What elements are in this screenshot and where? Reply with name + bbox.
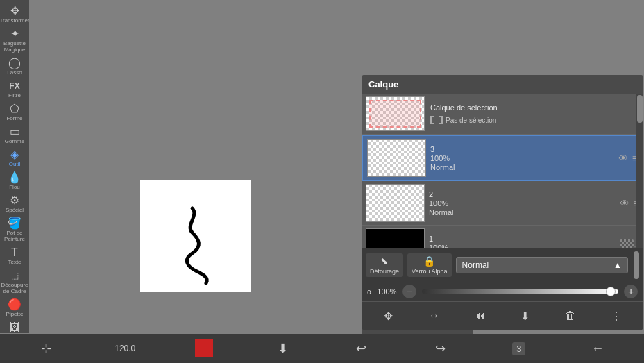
- filtre-icon: FX: [9, 80, 19, 92]
- delete-action-button[interactable]: 🗑: [559, 305, 582, 327]
- tool-gomme[interactable]: ▭ Gomme: [1, 124, 28, 146]
- no-selection-text: Pas de sélection: [446, 117, 496, 124]
- color-swatch: [195, 339, 213, 357]
- transformer-icon: ✥: [10, 5, 19, 17]
- tool-pot-peinture[interactable]: 🪣 Pot de Peinture: [1, 215, 28, 244]
- black-bg: [366, 229, 424, 248]
- alpha-plus-button[interactable]: +: [624, 285, 638, 298]
- panel-actions: ✥ ↔ ⏮ ⬇ 🗑 ⋮: [362, 301, 643, 330]
- texte-icon: T: [11, 246, 18, 259]
- tool-texte[interactable]: T Texte: [1, 244, 28, 267]
- alpha-value: 100%: [377, 287, 396, 296]
- download-action-button[interactable]: ⬇: [514, 305, 536, 327]
- selection-layer-row[interactable]: Calque de sélection Pas de sélection: [362, 94, 643, 135]
- zoom-display[interactable]: 120.0: [108, 336, 142, 361]
- tool-special[interactable]: ⚙ Spécial: [1, 192, 28, 215]
- flip-action-button[interactable]: ↔: [423, 305, 445, 327]
- tool-filtre[interactable]: FX Filtre: [1, 78, 28, 101]
- tool-outil[interactable]: ◈ Outil: [1, 146, 28, 169]
- layer-3-thumbnail: [367, 139, 426, 177]
- flip-action-icon: ↔: [428, 310, 439, 322]
- undo-button[interactable]: ↩: [344, 336, 379, 361]
- pipette-label: Pipette: [6, 311, 24, 317]
- pipette-icon: 🔴: [8, 298, 22, 311]
- layer-2-opacity: 100%: [429, 199, 616, 208]
- lasso-label: Lasso: [7, 69, 22, 76]
- toile-icon: 🖼: [9, 321, 20, 334]
- color-swatch-button[interactable]: [187, 336, 221, 361]
- outil-icon: ◈: [10, 149, 19, 161]
- reverse-action-icon: ⏮: [474, 310, 485, 322]
- pot-label: Pot de Peinture: [1, 230, 28, 242]
- verrou-alpha-button[interactable]: 🔒 Verrou Alpha: [407, 253, 452, 277]
- layer-3-name: 3: [430, 145, 614, 153]
- layer-3-eye-icon[interactable]: 👁: [618, 153, 628, 164]
- detourage-icon: ⬊: [380, 255, 389, 267]
- layer-1-opacity: 100%: [429, 244, 616, 248]
- tool-transformer[interactable]: ✥ Transformer: [1, 3, 28, 26]
- layer-scroll[interactable]: [636, 94, 643, 248]
- trash-icon: 🗑: [565, 310, 576, 322]
- tool-baguette[interactable]: ✦ Baguette Magique: [1, 26, 28, 55]
- back-button[interactable]: ←: [580, 336, 615, 361]
- canvas-area: [29, 0, 362, 333]
- alpha-slider-thumb: [606, 287, 616, 296]
- layer-row-3[interactable]: 3 100% Normal 👁 ≡: [362, 135, 643, 181]
- redo-icon: ↪: [435, 341, 446, 356]
- special-label: Spécial: [6, 207, 24, 213]
- move-action-button[interactable]: ✥: [378, 305, 400, 327]
- special-icon: ⚙: [10, 194, 19, 207]
- transformer-label: Transformer: [0, 17, 30, 24]
- move-down-button[interactable]: ⬇: [265, 336, 300, 361]
- layer-scroll-thumb[interactable]: [637, 95, 643, 123]
- blend-mode-value: Normal: [462, 260, 489, 270]
- layer-2-thumbnail: [366, 184, 425, 222]
- layer-row-2[interactable]: 2 100% Normal 👁 ≡: [362, 181, 643, 226]
- detourage-button[interactable]: ⬊ Détourage: [366, 253, 403, 277]
- pot-icon: 🪣: [8, 217, 22, 230]
- layer-count-value: 3: [512, 342, 525, 355]
- undo-icon: ↩: [356, 341, 366, 356]
- decoupage-label: Découpure de Cadre: [1, 282, 28, 294]
- layer-2-eye-icon[interactable]: 👁: [620, 198, 629, 209]
- dashed-rect-icon: [430, 116, 443, 124]
- layer-3-blend: Normal: [430, 163, 614, 171]
- selection-title: Calque de sélection: [430, 103, 498, 112]
- reverse-action-button[interactable]: ⏮: [468, 305, 491, 327]
- alpha-minus-button[interactable]: −: [402, 285, 416, 298]
- decoupage-icon: ⬚: [11, 269, 19, 282]
- layer-3-info: 3 100% Normal: [430, 145, 614, 171]
- texte-label: Texte: [8, 259, 21, 265]
- gomme-label: Gomme: [5, 138, 24, 144]
- layer-2-name: 2: [429, 190, 616, 199]
- forme-icon: ⬠: [10, 103, 19, 115]
- tool-pipette[interactable]: 🔴 Pipette: [1, 296, 28, 319]
- lasso-icon: ◯: [8, 57, 21, 69]
- layer-list: Calque de sélection Pas de sélection 3 1…: [362, 94, 643, 248]
- download-action-icon: ⬇: [520, 310, 529, 323]
- selection-thumbnail: [366, 96, 425, 131]
- layer-row-1[interactable]: 1 100% Normal 👁 ≡: [362, 226, 643, 248]
- layer-count-button[interactable]: 3: [502, 336, 536, 361]
- bottom-toolbar: ⊹ 120.0 ⬇ ↩ ↪ 3 ←: [0, 334, 644, 363]
- tool-flou[interactable]: 💧 Flou: [1, 169, 28, 192]
- alpha-slider[interactable]: [422, 289, 619, 294]
- flou-label: Flou: [9, 184, 20, 190]
- select-tool-button[interactable]: ⊹: [29, 336, 64, 361]
- filtre-label: Filtre: [8, 92, 21, 99]
- back-icon: ←: [591, 341, 604, 356]
- lock-icon: 🔒: [423, 255, 435, 267]
- blend-mode-selector[interactable]: Normal ▲: [456, 257, 628, 273]
- tool-lasso[interactable]: ◯ Lasso: [1, 55, 28, 78]
- alpha-label: α: [367, 287, 371, 296]
- tool-forme[interactable]: ⬠ Forme: [1, 101, 28, 124]
- tool-decoupage[interactable]: ⬚ Découpure de Cadre: [1, 267, 28, 296]
- more-action-button[interactable]: ⋮: [605, 305, 627, 327]
- layer-3-opacity: 100%: [430, 154, 614, 162]
- scroll-indicator: [634, 251, 639, 279]
- redo-button[interactable]: ↪: [423, 336, 457, 361]
- checker-bg: [368, 140, 425, 176]
- forme-label: Forme: [6, 115, 22, 121]
- layer-1-info: 1 100% Normal: [429, 235, 616, 248]
- layer-1-name: 1: [429, 235, 616, 243]
